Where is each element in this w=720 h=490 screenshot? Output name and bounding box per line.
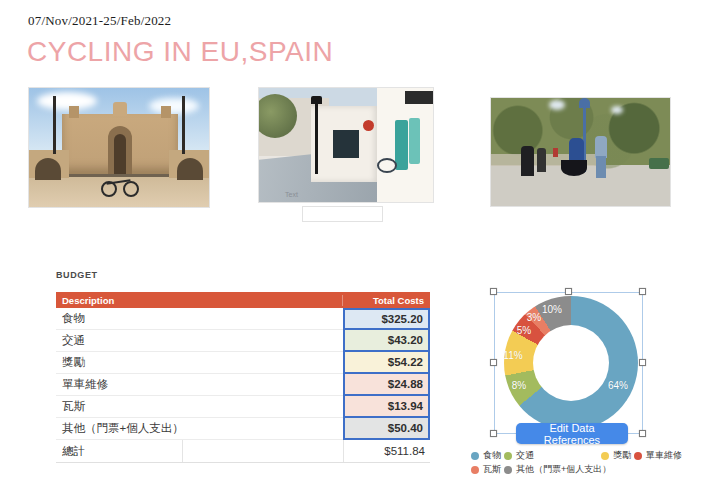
legend-item[interactable]: 交通 — [504, 450, 534, 461]
cell-description[interactable]: 交通 — [56, 330, 343, 352]
sky-gap — [611, 106, 623, 114]
cell-value-selected[interactable]: $43.20 — [343, 330, 430, 352]
hanging-garment — [395, 120, 408, 170]
bridge-arch-left — [35, 158, 61, 180]
empty-caption-box[interactable] — [302, 206, 383, 222]
legend-item[interactable]: 其他（門票+個人支出） — [504, 464, 611, 475]
lamppost — [315, 100, 318, 174]
cell-value-selected[interactable]: $50.40 — [343, 418, 430, 440]
donut-hole — [533, 325, 609, 401]
edit-data-references-button[interactable]: Edit Data References — [516, 423, 628, 444]
slide-canvas: 07/Nov/2021-25/Feb/2022 CYCLING IN EU,SP… — [0, 0, 720, 490]
bicycle — [377, 158, 397, 173]
table-header-row[interactable]: Description Total Costs — [56, 292, 430, 308]
cell-value-selected[interactable]: $325.20 — [343, 308, 430, 330]
budget-table[interactable]: Description Total Costs 食物 $325.20 交通 $4… — [56, 292, 430, 463]
slice-label: 64% — [608, 380, 628, 391]
legend-item[interactable]: 瓦斯 — [471, 464, 501, 475]
slice-label: 3% — [527, 312, 541, 323]
resize-handle-bottom-right[interactable] — [639, 430, 646, 437]
legend-item[interactable]: 單車維修 — [634, 450, 682, 461]
legend-label: 瓦斯 — [483, 463, 501, 476]
lamppost-right — [182, 96, 185, 154]
cell-total-label[interactable]: 總計 — [56, 440, 183, 462]
slice-label: 11% — [503, 350, 522, 361]
legend-dot — [471, 466, 479, 474]
slice-label: 10% — [542, 304, 562, 315]
page-title[interactable]: CYCLING IN EU,SPAIN — [27, 36, 333, 68]
legend-dot — [634, 452, 642, 460]
legend-label: 單車維修 — [646, 449, 682, 462]
legend-item[interactable]: 食物 — [471, 450, 501, 461]
dancer-denim — [595, 136, 607, 158]
red-round-sign — [363, 120, 374, 131]
standing-figure — [537, 148, 546, 172]
lamppost-left — [53, 96, 56, 154]
legend-label: 其他（門票+個人支出） — [516, 463, 611, 476]
budget-section-label[interactable]: BUDGET — [56, 270, 98, 280]
bridge-arch-right — [177, 158, 203, 180]
legend-label: 交通 — [516, 449, 534, 462]
cell-description[interactable]: 食物 — [56, 308, 343, 330]
blue-lamppost-head — [579, 98, 590, 108]
cell-empty[interactable] — [183, 440, 344, 462]
cell-description[interactable]: 瓦斯 — [56, 396, 343, 418]
shop-sign — [405, 91, 434, 104]
dark-signboard — [333, 130, 359, 158]
central-arch-shadow — [114, 134, 126, 174]
dancer-jeans — [596, 156, 606, 178]
legend-label: 獎勵 — [613, 449, 631, 462]
table-row[interactable]: 交通 $43.20 — [56, 330, 430, 352]
cell-description[interactable]: 獎勵 — [56, 352, 343, 374]
resize-handle-top-center[interactable] — [565, 288, 572, 295]
photo-white-street[interactable]: Text — [258, 87, 434, 203]
legend-label: 食物 — [483, 449, 501, 462]
resize-handle-bottom-left[interactable] — [490, 430, 497, 437]
cell-description[interactable]: 單車維修 — [56, 374, 343, 396]
resize-handle-top-right[interactable] — [639, 288, 646, 295]
legend-item[interactable]: 獎勵 — [601, 450, 631, 461]
hanging-garment — [409, 118, 420, 164]
seated-figure — [521, 146, 534, 176]
cell-description[interactable]: 其他（門票+個人支出） — [56, 418, 343, 440]
table-footer-row[interactable]: 總計 $511.84 — [56, 440, 430, 463]
resize-handle-mid-right[interactable] — [639, 359, 646, 366]
park-bench — [649, 158, 669, 169]
cell-value-selected[interactable]: $24.88 — [343, 374, 430, 396]
table-row[interactable]: 獎勵 $54.22 — [56, 352, 430, 374]
column-header-total-costs[interactable]: Total Costs — [343, 295, 430, 306]
resize-handle-mid-left[interactable] — [490, 359, 497, 366]
tower-right — [161, 106, 171, 118]
figure-red-top — [553, 148, 558, 157]
photo-plaza-de-espana[interactable] — [28, 87, 210, 208]
lamppost-head — [311, 96, 322, 104]
photo-park-dancers[interactable] — [490, 97, 671, 207]
slice-label: 5% — [517, 325, 531, 336]
central-crest — [113, 102, 127, 116]
text-placeholder-label[interactable]: Text — [285, 191, 298, 198]
column-header-description[interactable]: Description — [56, 295, 343, 306]
tower-left — [69, 106, 79, 118]
cloud — [37, 92, 97, 110]
cell-total-value[interactable]: $511.84 — [344, 440, 430, 462]
table-row[interactable]: 瓦斯 $13.94 — [56, 396, 430, 418]
legend-dot — [601, 452, 609, 460]
sky-gap — [549, 100, 565, 110]
cell-value-selected[interactable]: $13.94 — [343, 396, 430, 418]
date-range-text[interactable]: 07/Nov/2021-25/Feb/2022 — [28, 13, 171, 29]
cell-value-selected[interactable]: $54.22 — [343, 352, 430, 374]
table-row[interactable]: 單車維修 $24.88 — [56, 374, 430, 396]
table-row[interactable]: 其他（門票+個人支出） $50.40 — [56, 418, 430, 440]
cloud — [149, 98, 199, 114]
resize-handle-top-left[interactable] — [490, 288, 497, 295]
table-row[interactable]: 食物 $325.20 — [56, 308, 430, 330]
legend-dot — [504, 466, 512, 474]
slice-label: 8% — [512, 380, 526, 391]
legend-dot — [471, 452, 479, 460]
dancer-skirt — [561, 160, 587, 176]
legend-dot — [504, 452, 512, 460]
